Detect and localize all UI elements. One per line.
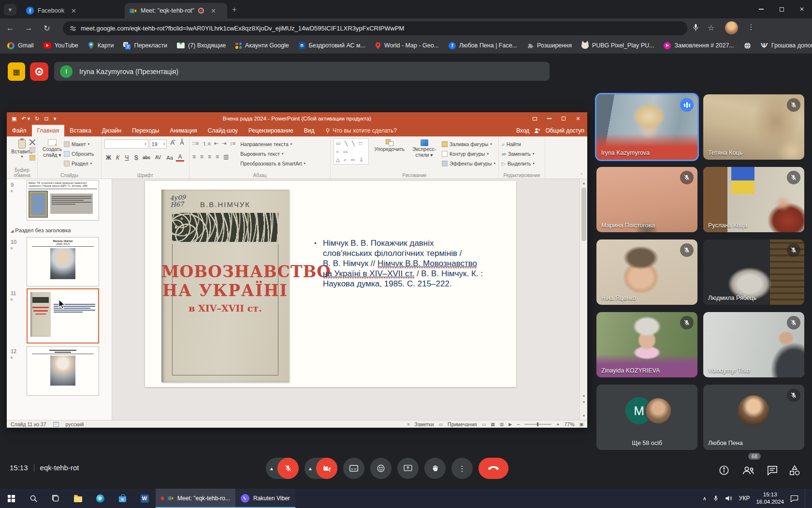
- profile-avatar[interactable]: [725, 21, 738, 34]
- comments-toggle[interactable]: Примечания: [448, 421, 477, 427]
- zoom-out-icon[interactable]: −: [517, 421, 520, 427]
- slide-12-thumbnail[interactable]: [27, 346, 99, 396]
- ppt-tab-Анимация[interactable]: Анимация: [164, 125, 202, 136]
- tab-facebook[interactable]: f Facebook ✕: [21, 3, 122, 18]
- bookmark-translate[interactable]: G文Перекласти: [120, 41, 171, 51]
- bookmark-globe[interactable]: [740, 41, 754, 51]
- next-slide-icon[interactable]: ▼: [580, 400, 588, 404]
- fit-slide-icon[interactable]: ▣: [579, 422, 583, 427]
- zoom-slider[interactable]: [524, 424, 551, 425]
- bookmark-inbox[interactable]: (7) Входящие: [174, 41, 229, 50]
- font-name-combo[interactable]: ▾: [104, 139, 148, 149]
- bookmark-pin[interactable]: World - Map - Geo...: [372, 41, 442, 51]
- ppt-tab-Дизайн[interactable]: Дизайн: [97, 125, 127, 136]
- cut-icon[interactable]: [29, 139, 35, 145]
- strikethrough-button[interactable]: abc: [141, 155, 152, 160]
- participant-tile-1[interactable]: Iryna Kazymyrova: [596, 94, 697, 160]
- participant-tile-5[interactable]: Ніна Яценко: [596, 239, 697, 305]
- site-settings-icon[interactable]: [70, 25, 76, 32]
- text-shadow-button[interactable]: S: [132, 154, 140, 161]
- reactions-button[interactable]: [370, 458, 392, 479]
- slide-sorter-icon[interactable]: ▦: [491, 422, 495, 427]
- bold-button[interactable]: Ж: [104, 154, 113, 161]
- font-color-button[interactable]: А: [176, 153, 184, 162]
- ppt-close-button[interactable]: ✕: [571, 112, 585, 125]
- select-button[interactable]: ▷Выделить▾: [502, 159, 542, 168]
- previous-slide-icon[interactable]: ▲: [580, 393, 588, 398]
- store-icon[interactable]: ⊞: [111, 489, 133, 508]
- hidden-icons-chevron[interactable]: ∧: [703, 495, 707, 502]
- bookmark-facebook[interactable]: fЛюбов Пена | Face...: [445, 41, 521, 51]
- columns-icon[interactable]: ▥: [223, 153, 229, 160]
- outdent-icon[interactable]: ⇤: [214, 140, 218, 148]
- align-right-icon[interactable]: ≡: [208, 153, 211, 160]
- current-slide[interactable]: 4у09 Н67 В.В.НІМЧУК МОВОЗНАВСТВО НА УКРА…: [145, 181, 516, 387]
- layout-button[interactable]: Макет▾: [64, 140, 94, 149]
- camera-off-button[interactable]: [316, 458, 337, 479]
- section-button[interactable]: Раздел▾: [64, 159, 94, 168]
- find-button[interactable]: ⌕Найти: [502, 140, 542, 149]
- ppt-share-button[interactable]: Общий доступ: [545, 127, 584, 134]
- ppt-tab-Переходы[interactable]: Переходы: [127, 125, 164, 136]
- bookmark-maps[interactable]: Карти: [85, 40, 117, 51]
- ppt-tab-Вид[interactable]: Вид: [299, 125, 320, 136]
- line-spacing-icon[interactable]: ↕≡: [230, 140, 235, 148]
- align-text-button[interactable]: Выровнять текст▾: [240, 149, 305, 158]
- start-button[interactable]: [0, 489, 22, 508]
- justify-icon[interactable]: ≡: [216, 153, 219, 160]
- redo-icon[interactable]: ↻: [35, 116, 39, 122]
- close-icon[interactable]: ✕: [71, 7, 76, 15]
- ppt-maximize-button[interactable]: [556, 112, 571, 125]
- indent-icon[interactable]: ⇥: [222, 140, 226, 148]
- shrink-font-icon[interactable]: А̌: [178, 139, 186, 149]
- ppt-minimize-button[interactable]: [542, 112, 556, 125]
- window-maximize-button[interactable]: [771, 0, 792, 18]
- shape-effects-button[interactable]: Эффекты фигуры▾: [442, 159, 495, 168]
- numbering-icon[interactable]: ⒈≡: [202, 140, 210, 148]
- align-left-icon[interactable]: ≡: [192, 153, 196, 160]
- participant-tile-9[interactable]: MЩе 58 осіб: [596, 385, 697, 450]
- raise-hand-button[interactable]: [424, 458, 446, 479]
- bullets-icon[interactable]: ∷≡: [192, 140, 199, 148]
- participant-tile-3[interactable]: Марина Поістогова: [596, 167, 697, 232]
- spellcheck-icon[interactable]: [53, 422, 59, 427]
- mic-control[interactable]: ▲: [266, 458, 299, 479]
- chat-button[interactable]: [766, 463, 779, 477]
- browser-menu-icon[interactable]: ⋮: [746, 23, 756, 31]
- zoom-in-icon[interactable]: +: [556, 421, 559, 427]
- collapse-ribbon-icon[interactable]: ⌃: [580, 173, 583, 178]
- camera-control[interactable]: ▲: [304, 458, 337, 479]
- captions-button[interactable]: [343, 458, 364, 479]
- ppt-tab-Вставка[interactable]: Вставка: [64, 125, 97, 136]
- bookmark-cat[interactable]: PUBG Pixel_Play PU...: [578, 41, 658, 50]
- copy-icon[interactable]: [29, 147, 35, 153]
- task-view-icon[interactable]: [44, 489, 67, 508]
- reset-button[interactable]: Сбросить: [64, 149, 94, 158]
- presentation-banner[interactable]: I Iryna Kazymyrova (Презентація): [54, 62, 550, 81]
- forward-button[interactable]: →: [20, 20, 37, 36]
- slideshow-view-icon[interactable]: ▶: [508, 422, 512, 427]
- participant-tile-7[interactable]: Zinayida KOZYRIEVA: [596, 312, 697, 377]
- save-icon[interactable]: ▣: [12, 116, 16, 122]
- normal-view-icon[interactable]: ▭: [482, 422, 486, 427]
- bookmark-nsquare[interactable]: nБездротовий АС м...: [295, 41, 369, 50]
- undo-icon[interactable]: ↶ ▾: [21, 116, 30, 122]
- format-painter-icon[interactable]: [29, 155, 35, 161]
- quick-styles-button[interactable]: Экспресс-стили ▾: [410, 138, 438, 172]
- end-call-button[interactable]: [478, 458, 508, 479]
- scrollbar-thumb[interactable]: [581, 188, 586, 241]
- bookmark-pinkarrow[interactable]: Замовлення # 2027...: [660, 41, 737, 51]
- tab-search-button[interactable]: ▼: [4, 4, 16, 15]
- slide-scrollbar[interactable]: ▲ ▲ ▼ ▼: [580, 179, 587, 420]
- scroll-down-icon[interactable]: ▼: [580, 414, 588, 418]
- font-size-combo[interactable]: 19▾: [150, 139, 167, 149]
- bookmark-gmail[interactable]: Gmail: [4, 41, 37, 51]
- underline-button[interactable]: Ч: [123, 154, 131, 161]
- mic-muted-button[interactable]: [277, 458, 299, 479]
- bookmark-gaccounts[interactable]: Акаунти Google: [232, 41, 292, 50]
- participant-tile-10[interactable]: Любов Пена: [703, 385, 804, 450]
- activities-button[interactable]: [788, 463, 801, 477]
- scroll-up-icon[interactable]: ▲: [580, 181, 588, 185]
- camera-options-chevron-icon[interactable]: ▲: [304, 466, 316, 471]
- participant-tile-2[interactable]: Тетяна Коць: [703, 94, 804, 160]
